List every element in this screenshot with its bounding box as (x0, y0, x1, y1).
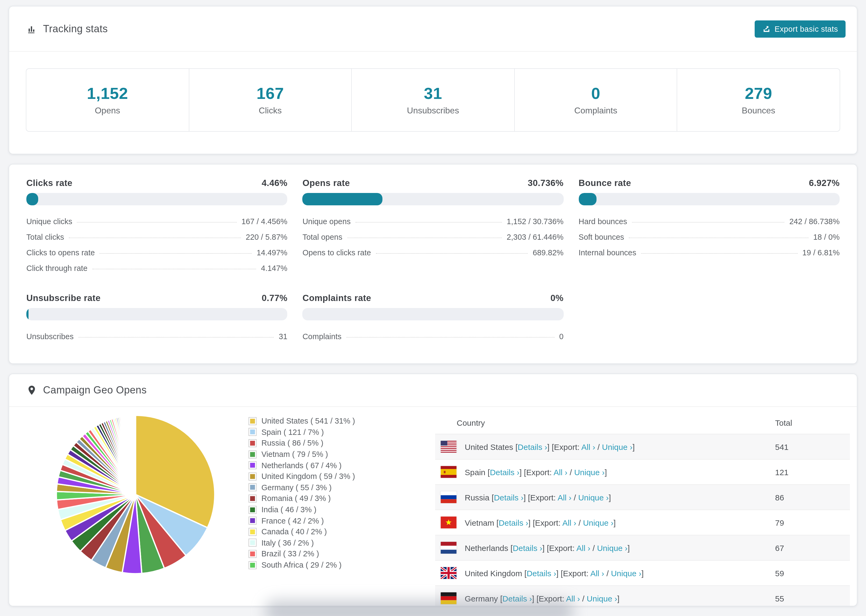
legend-item: Netherlands ( 67 / 4% ) (249, 460, 355, 471)
legend-label: Vietnam ( 79 / 5% ) (261, 450, 328, 459)
tracking-stats-card: Tracking stats Export basic stats 1,152 … (9, 6, 857, 154)
summary-stat-opens: 1,152 Opens (26, 69, 189, 131)
export-unique-link[interactable]: Unique › (587, 594, 617, 603)
geo-row-total: 86 (775, 493, 784, 502)
geo-body: United States ( 541 / 31% ) Spain ( 121 … (9, 407, 857, 606)
export-all-link[interactable]: All › (553, 467, 567, 476)
details-link[interactable]: Details › (494, 493, 523, 502)
export-unique-link[interactable]: Unique › (611, 569, 641, 578)
details-link[interactable]: Details › (513, 543, 542, 552)
rate-progress-track (302, 193, 564, 205)
geo-table-row-united-states: United States [Details ›] [Export: All ›… (435, 434, 850, 459)
rate-row-label: Unique opens (302, 217, 351, 226)
export-unique-link[interactable]: Unique › (578, 493, 609, 502)
summary-stat-unsubscribes: 31 Unsubscribes (351, 69, 514, 131)
stat-value: 1,152 (87, 84, 128, 103)
bar-chart-icon (26, 24, 37, 34)
stat-label: Complaints (574, 106, 617, 116)
rate-value: 6.927% (809, 178, 840, 188)
unsubscribe-rate-block: Unsubscribe rate 0.77% Unsubscribes 31 (26, 293, 288, 341)
legend-label: Germany ( 55 / 3% ) (261, 483, 332, 492)
rate-row-label: Hard bounces (578, 217, 627, 226)
rate-row-value: 0 (559, 332, 564, 341)
details-link[interactable]: Details › (527, 569, 556, 578)
rate-progress-track (578, 193, 840, 205)
export-unique-link[interactable]: Unique › (602, 442, 632, 451)
legend-label: France ( 42 / 2% ) (261, 516, 324, 525)
rate-title: Opens rate (302, 178, 350, 188)
legend-swatch (249, 473, 257, 481)
export-button-label: Export basic stats (775, 24, 838, 33)
details-link[interactable]: Details › (499, 518, 528, 527)
details-link[interactable]: Details › (490, 467, 519, 476)
export-all-link[interactable]: All › (557, 493, 572, 502)
geo-table: Country Total United States [Details ›] … (435, 411, 850, 606)
rate-row: Clicks to opens rate 14.497% (26, 248, 288, 257)
rate-progress-fill (26, 308, 28, 321)
legend-item: Germany ( 55 / 3% ) (249, 482, 355, 493)
pie-slice (135, 415, 135, 495)
rate-progress-fill (26, 193, 38, 205)
rate-row-label: Total opens (302, 233, 342, 241)
dotted-leader (641, 253, 798, 254)
dotted-leader (79, 337, 274, 338)
export-unique-link[interactable]: Unique › (583, 518, 614, 527)
geo-title: Campaign Geo Opens (43, 384, 146, 396)
rate-row: Total opens 2,303 / 61.446% (302, 233, 564, 241)
country-column-header: Country (457, 418, 485, 427)
rate-title: Complaints rate (302, 293, 371, 303)
rate-row-label: Unsubscribes (26, 332, 74, 341)
dotted-leader (356, 222, 502, 223)
rate-row: Internal bounces 19 / 6.81% (578, 248, 840, 257)
export-all-link[interactable]: All › (590, 569, 604, 578)
pie-legend: United States ( 541 / 31% ) Spain ( 121 … (249, 415, 355, 570)
details-link[interactable]: Details › (518, 442, 547, 451)
legend-item: Russia ( 86 / 5% ) (249, 438, 355, 449)
dotted-leader (92, 269, 256, 269)
legend-item: India ( 46 / 3% ) (249, 504, 355, 515)
geo-row-total: 55 (775, 594, 784, 603)
geo-row-total: 121 (775, 467, 789, 476)
rate-title: Bounce rate (578, 178, 631, 188)
rate-row: Unique opens 1,152 / 30.736% (302, 217, 564, 226)
stat-label: Bounces (742, 106, 775, 116)
rate-row: Complaints 0 (302, 332, 564, 341)
export-unique-link[interactable]: Unique › (597, 543, 627, 552)
rate-row-value: 167 / 4.456% (241, 217, 288, 226)
stat-value: 279 (745, 84, 772, 103)
total-column-header: Total (775, 418, 792, 427)
ru-flag-icon (441, 491, 457, 503)
dotted-leader (346, 337, 554, 338)
dashboard-page: Tracking stats Export basic stats 1,152 … (0, 0, 866, 616)
legend-swatch (249, 461, 257, 469)
us-flag-icon (441, 441, 457, 453)
geo-table-row-spain: Spain [Details ›] [Export: All › / Uniqu… (435, 459, 850, 484)
rate-row-label: Click through rate (26, 264, 87, 272)
rate-row: Unsubscribes 31 (26, 332, 288, 341)
export-all-link[interactable]: All › (581, 442, 595, 451)
geo-row-text: Spain [Details ›] [Export: All › / Uniqu… (465, 467, 607, 476)
rate-value: 0.77% (262, 293, 288, 303)
legend-swatch (249, 539, 257, 547)
legend-item: France ( 42 / 2% ) (249, 515, 355, 526)
vn-flag-icon (441, 517, 457, 528)
export-basic-stats-button[interactable]: Export basic stats (755, 20, 846, 37)
export-unique-link[interactable]: Unique › (574, 467, 605, 476)
dotted-leader (376, 253, 528, 254)
dotted-leader (632, 222, 784, 223)
rate-row: Unique clicks 167 / 4.456% (26, 217, 288, 226)
legend-label: United States ( 541 / 31% ) (261, 417, 355, 426)
geo-row-text: Vietnam [Details ›] [Export: All › / Uni… (465, 518, 616, 527)
rate-progress-track (302, 308, 564, 321)
export-all-link[interactable]: All › (576, 543, 590, 552)
geo-opens-pie-chart (52, 411, 219, 578)
rate-row-value: 2,303 / 61.446% (507, 233, 564, 241)
legend-label: South Africa ( 29 / 2% ) (261, 561, 342, 569)
legend-swatch (249, 528, 257, 536)
stat-label: Clicks (259, 106, 282, 116)
export-all-link[interactable]: All › (562, 518, 576, 527)
dotted-leader (629, 237, 808, 238)
legend-item: United Kingdom ( 59 / 3% ) (249, 471, 355, 482)
nl-flag-icon (441, 542, 457, 554)
rate-row-label: Total clicks (26, 233, 64, 241)
